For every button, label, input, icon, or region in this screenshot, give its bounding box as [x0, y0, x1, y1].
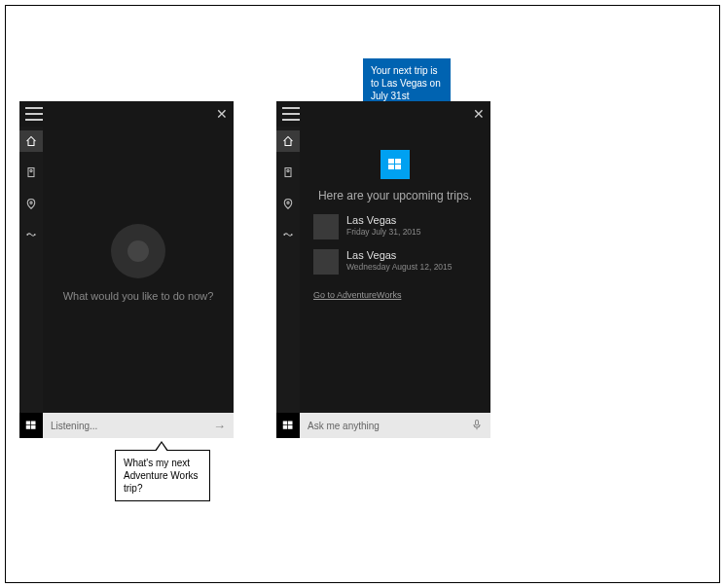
nav-places-icon[interactable]: [19, 193, 43, 214]
cortana-orb-icon: [111, 224, 165, 278]
search-placeholder-text: Ask me anything: [308, 421, 471, 431]
svg-point-3: [27, 235, 28, 236]
nav-rail: [19, 127, 43, 413]
cortana-panel-listening: ✕ What would you: [19, 101, 234, 438]
svg-point-10: [287, 169, 289, 171]
microphone-icon[interactable]: [471, 419, 483, 433]
trip-date: Friday July 31, 2015: [346, 227, 421, 237]
svg-rect-8: [31, 425, 36, 429]
search-status-text: Listening...: [51, 421, 213, 431]
trip-text: Las Vegas Friday July 31, 2015: [346, 214, 421, 239]
svg-point-2: [30, 202, 32, 203]
content-area: Here are your upcoming trips. Las Vegas …: [300, 127, 490, 413]
results-heading: Here are your upcoming trips.: [300, 189, 490, 202]
svg-point-13: [291, 235, 292, 236]
close-icon[interactable]: ✕: [473, 107, 485, 121]
trip-thumbnail: [313, 249, 339, 275]
svg-point-11: [287, 202, 289, 203]
nav-music-icon[interactable]: [19, 224, 43, 245]
svg-rect-14: [388, 159, 394, 164]
svg-rect-7: [26, 425, 31, 429]
nav-rail: [276, 127, 300, 413]
go-to-app-link[interactable]: Go to AdventureWorks: [313, 290, 401, 300]
svg-rect-19: [288, 422, 293, 425]
trip-thumbnail: [313, 214, 339, 239]
svg-point-4: [34, 235, 35, 236]
trip-text: Las Vegas Wednesday August 12, 2015: [346, 249, 453, 275]
page-frame: Your next trip is to Las Vegas on July 3…: [5, 5, 720, 583]
panel-body: What would you like to do now?: [19, 127, 234, 413]
cortana-panel-results: ✕ Here are your: [276, 101, 490, 438]
svg-rect-17: [395, 165, 401, 169]
cortana-orb-inner: [127, 240, 149, 262]
taskbar: Ask me anything: [276, 413, 490, 438]
nav-home-icon[interactable]: [19, 130, 43, 152]
svg-rect-22: [476, 420, 479, 424]
nav-music-icon[interactable]: [276, 224, 300, 245]
svg-rect-20: [283, 425, 288, 429]
panel-body: Here are your upcoming trips. Las Vegas …: [276, 127, 490, 413]
hamburger-icon[interactable]: [25, 107, 43, 121]
hamburger-icon[interactable]: [282, 107, 300, 121]
svg-rect-16: [388, 165, 394, 169]
trip-title: Las Vegas: [346, 214, 421, 227]
trip-date: Wednesday August 12, 2015: [346, 262, 453, 272]
close-icon[interactable]: ✕: [216, 107, 228, 121]
user-query-text: What's my next Adventure Works trip?: [124, 458, 199, 494]
search-box[interactable]: Ask me anything: [300, 413, 490, 438]
submit-arrow-icon[interactable]: →: [213, 419, 226, 433]
taskbar: Listening... →: [19, 413, 234, 438]
user-query-callout: What's my next Adventure Works trip?: [115, 450, 210, 501]
app-tile-icon: [381, 150, 410, 179]
titlebar: ✕: [276, 101, 490, 127]
windows-start-icon[interactable]: [276, 413, 300, 438]
svg-rect-21: [288, 425, 293, 429]
windows-start-icon[interactable]: [19, 413, 43, 438]
svg-rect-15: [395, 159, 401, 164]
svg-rect-6: [31, 422, 36, 425]
svg-rect-18: [283, 422, 288, 425]
nav-notebook-icon[interactable]: [276, 162, 300, 183]
trip-item[interactable]: Las Vegas Wednesday August 12, 2015: [313, 249, 477, 275]
nav-home-icon[interactable]: [276, 130, 300, 152]
search-box[interactable]: Listening... →: [43, 413, 234, 438]
nav-notebook-icon[interactable]: [19, 162, 43, 183]
nav-places-icon[interactable]: [276, 193, 300, 214]
content-area: What would you like to do now?: [43, 127, 234, 413]
trip-list: Las Vegas Friday July 31, 2015 Las Vegas…: [313, 214, 477, 302]
trip-title: Las Vegas: [346, 249, 453, 262]
svg-rect-5: [26, 422, 31, 425]
svg-point-1: [30, 169, 32, 171]
cortana-response-text: Your next trip is to Las Vegas on July 3…: [371, 65, 441, 101]
titlebar: ✕: [19, 101, 234, 127]
trip-item[interactable]: Las Vegas Friday July 31, 2015: [313, 214, 477, 239]
svg-point-12: [284, 235, 285, 236]
cortana-prompt-text: What would you like to do now?: [43, 290, 234, 302]
